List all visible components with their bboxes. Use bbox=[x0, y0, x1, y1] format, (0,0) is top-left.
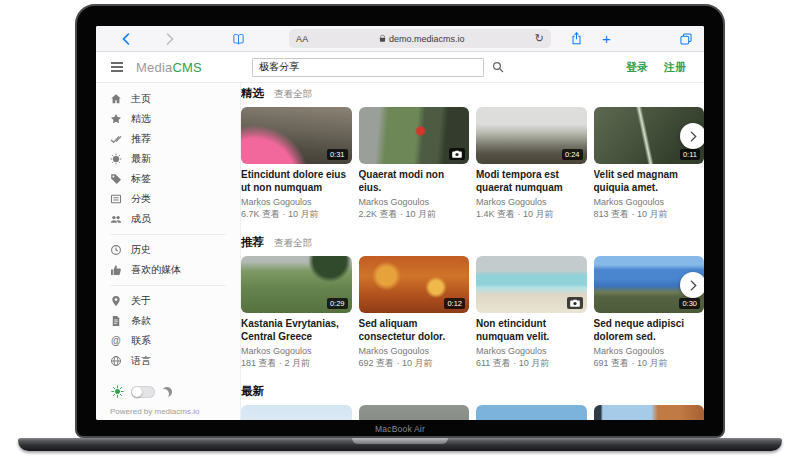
sidebar: 主页 精选 推荐 最新 bbox=[96, 83, 241, 420]
video-thumbnail[interactable] bbox=[594, 405, 705, 420]
sidebar-item-recommended[interactable]: 推荐 bbox=[110, 129, 240, 149]
video-thumbnail[interactable] bbox=[476, 256, 587, 313]
video-card[interactable] bbox=[359, 405, 470, 420]
sidebar-item-label: 喜欢的媒体 bbox=[131, 263, 181, 277]
video-title[interactable]: Etincidunt dolore eius ut non numquam do… bbox=[241, 169, 352, 194]
register-link[interactable]: 注册 bbox=[664, 60, 686, 75]
search-icon bbox=[492, 61, 504, 73]
video-card[interactable]: 0:31 Etincidunt dolore eius ut non numqu… bbox=[241, 107, 352, 221]
media-section: 精选 查看全部 0:31 Etincidunt dolore eius ut n… bbox=[241, 86, 704, 221]
sidebar-item-terms[interactable]: 条款 bbox=[110, 311, 240, 331]
section-title[interactable]: 精选 bbox=[241, 86, 264, 101]
theme-toggle[interactable] bbox=[131, 386, 155, 398]
video-thumbnail[interactable] bbox=[359, 107, 470, 164]
sidebar-item-label: 历史 bbox=[131, 243, 151, 257]
video-title[interactable]: Sed neque adipisci dolorem sed. bbox=[594, 318, 705, 343]
video-card[interactable]: 0:24 Modi tempora est quaerat numquam Ma… bbox=[476, 107, 587, 221]
video-author[interactable]: Markos Gogoulos bbox=[594, 197, 705, 207]
login-link[interactable]: 登录 bbox=[626, 60, 648, 75]
video-author[interactable]: Markos Gogoulos bbox=[594, 346, 705, 356]
reload-icon[interactable]: ↻ bbox=[535, 33, 544, 44]
section-title[interactable]: 推荐 bbox=[241, 235, 264, 250]
video-title[interactable]: Non etincidunt numquam velit. bbox=[476, 318, 587, 343]
sidebar-item-liked-media[interactable]: 喜欢的媒体 bbox=[110, 260, 240, 280]
section-header: 最新 bbox=[241, 384, 704, 399]
sidebar-item-language[interactable]: 语言 bbox=[110, 351, 240, 371]
section-title[interactable]: 最新 bbox=[241, 384, 264, 399]
video-card[interactable]: 0:12 Sed aliquam consectetur dolor. Mark… bbox=[359, 256, 470, 370]
logo-media-text: Media bbox=[136, 60, 172, 75]
video-card[interactable]: Quaerat modi non eius. Markos Gogoulos 2… bbox=[359, 107, 470, 221]
view-all-link[interactable]: 查看全部 bbox=[274, 88, 312, 101]
forward-button[interactable] bbox=[166, 33, 174, 45]
cards-row: 0:31 Etincidunt dolore eius ut non numqu… bbox=[241, 107, 704, 221]
share-icon bbox=[571, 32, 582, 45]
search-button[interactable] bbox=[492, 61, 504, 73]
new-tab-button[interactable]: + bbox=[602, 31, 611, 46]
carousel-next-button[interactable] bbox=[680, 123, 704, 149]
sidebar-item-label: 精选 bbox=[131, 112, 151, 126]
video-card[interactable] bbox=[241, 405, 352, 420]
view-all-link[interactable]: 查看全部 bbox=[274, 237, 312, 250]
sidebar-item-latest[interactable]: 最新 bbox=[110, 149, 240, 169]
chevron-right-icon bbox=[166, 33, 174, 45]
double-check-icon bbox=[110, 133, 122, 145]
back-button[interactable] bbox=[122, 33, 130, 45]
video-card[interactable]: Non etincidunt numquam velit. Markos Gog… bbox=[476, 256, 587, 370]
video-author[interactable]: Markos Gogoulos bbox=[476, 346, 587, 356]
main-content: 精选 查看全部 0:31 Etincidunt dolore eius ut n… bbox=[241, 83, 704, 420]
search-input[interactable] bbox=[252, 58, 484, 77]
book-icon bbox=[232, 33, 245, 45]
history-icon bbox=[110, 244, 122, 256]
sidebar-divider bbox=[110, 234, 226, 235]
sidebar-item-categories[interactable]: 分类 bbox=[110, 189, 240, 209]
menu-button[interactable] bbox=[110, 61, 124, 73]
video-author[interactable]: Markos Gogoulos bbox=[241, 346, 352, 356]
carousel-next-button[interactable] bbox=[680, 272, 704, 298]
cards-row bbox=[241, 405, 704, 420]
theme-toggle-row bbox=[110, 385, 240, 398]
video-card[interactable] bbox=[594, 405, 705, 420]
sidebar-item-about[interactable]: 关于 bbox=[110, 291, 240, 311]
video-thumbnail[interactable]: 0:29 bbox=[241, 256, 352, 313]
chevron-left-icon bbox=[122, 33, 130, 45]
address-bar[interactable]: AA demo.mediacms.io ↻ bbox=[289, 29, 551, 48]
site-logo[interactable]: MediaCMS bbox=[136, 60, 202, 75]
video-title[interactable]: Velit sed magnam quiquia amet. bbox=[594, 169, 705, 194]
sections: 精选 查看全部 0:31 Etincidunt dolore eius ut n… bbox=[241, 86, 704, 420]
video-thumbnail[interactable]: 0:31 bbox=[241, 107, 352, 164]
video-card[interactable]: 0:29 Kastania Evrytanias, Central Greece… bbox=[241, 256, 352, 370]
reading-list-button[interactable] bbox=[232, 33, 245, 45]
video-card[interactable] bbox=[476, 405, 587, 420]
video-author[interactable]: Markos Gogoulos bbox=[476, 197, 587, 207]
tab-overview-button[interactable] bbox=[680, 33, 692, 45]
video-title[interactable]: Sed aliquam consectetur dolor. bbox=[359, 318, 470, 343]
sidebar-item-members[interactable]: 成员 bbox=[110, 209, 240, 229]
video-author[interactable]: Markos Gogoulos bbox=[359, 197, 470, 207]
macbook-bezel: AA demo.mediacms.io ↻ + bbox=[75, 4, 725, 438]
site-header: MediaCMS 登录 注册 bbox=[96, 52, 704, 83]
video-thumbnail[interactable]: 0:12 bbox=[359, 256, 470, 313]
share-button[interactable] bbox=[571, 32, 582, 45]
base-notch bbox=[352, 438, 448, 444]
media-section: 最新 bbox=[241, 384, 704, 420]
video-title[interactable]: Kastania Evrytanias, Central Greece bbox=[241, 318, 352, 343]
video-thumbnail[interactable] bbox=[476, 405, 587, 420]
video-title[interactable]: Quaerat modi non eius. bbox=[359, 169, 470, 194]
section-header: 推荐 查看全部 bbox=[241, 235, 704, 250]
video-author[interactable]: Markos Gogoulos bbox=[359, 346, 470, 356]
sidebar-item-home[interactable]: 主页 bbox=[110, 89, 240, 109]
video-title[interactable]: Modi tempora est quaerat numquam bbox=[476, 169, 587, 194]
sidebar-item-featured[interactable]: 精选 bbox=[110, 109, 240, 129]
video-author[interactable]: Markos Gogoulos bbox=[241, 197, 352, 207]
video-meta: 6.7K 查看 · 10 月前 bbox=[241, 208, 352, 221]
sidebar-item-history[interactable]: 历史 bbox=[110, 240, 240, 260]
sidebar-item-contact[interactable]: @ 联系 bbox=[110, 331, 240, 351]
sidebar-item-label: 主页 bbox=[131, 92, 151, 106]
sidebar-item-tags[interactable]: 标签 bbox=[110, 169, 240, 189]
tabs-icon bbox=[680, 33, 692, 45]
video-thumbnail[interactable] bbox=[359, 405, 470, 420]
video-thumbnail[interactable]: 0:24 bbox=[476, 107, 587, 164]
text-size-button[interactable]: AA bbox=[296, 34, 309, 44]
video-thumbnail[interactable] bbox=[241, 405, 352, 420]
